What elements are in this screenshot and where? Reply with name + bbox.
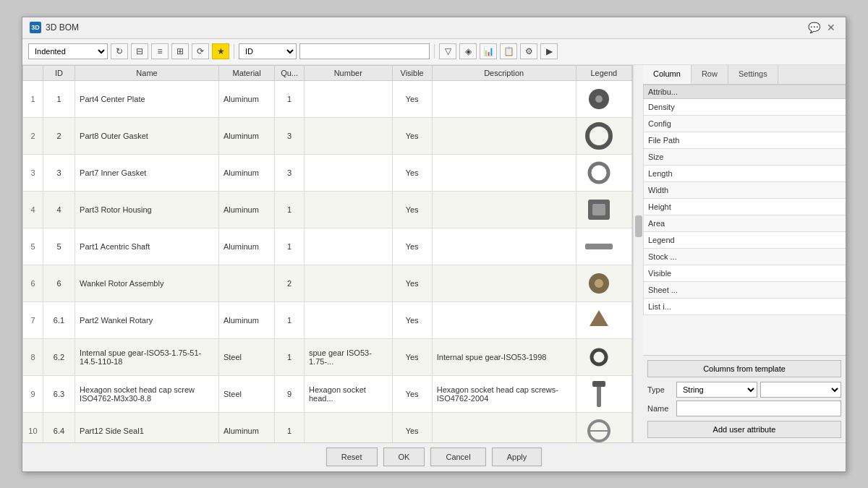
ok-button[interactable]: OK	[383, 448, 425, 466]
table-row[interactable]: 33Part7 Inner GasketAluminum3Yes	[23, 154, 632, 191]
view-select[interactable]: Indented Flat Tree	[28, 43, 108, 59]
attr-row: File PathSource file...	[644, 132, 846, 148]
apply-button[interactable]: Apply	[492, 448, 542, 466]
type-select-2[interactable]	[760, 382, 841, 398]
row-id: 6	[43, 265, 75, 301]
add-user-attribute-button[interactable]: Add user attribute	[647, 421, 841, 438]
th-name[interactable]: Name	[75, 65, 219, 80]
row-visible: Yes	[392, 412, 432, 442]
attr-name: Area	[644, 215, 846, 231]
attr-name: Width	[644, 181, 846, 198]
row-qty: 2	[275, 265, 305, 301]
tab-settings[interactable]: Settings	[728, 65, 778, 84]
export-btn-2[interactable]: 📋	[500, 43, 517, 59]
attr-row: Stock ...Stock Size	[644, 248, 846, 265]
attr-row: AreaArea	[644, 215, 846, 231]
tab-column[interactable]: Column	[643, 65, 692, 84]
toolbar-btn-2[interactable]: ⊟	[131, 43, 148, 59]
row-id: 6.4	[43, 412, 75, 442]
row-material: Aluminum	[218, 228, 274, 265]
row-legend	[576, 265, 631, 301]
columns-from-template-button[interactable]: Columns from template	[647, 360, 841, 377]
filter-btn[interactable]: ▽	[439, 43, 456, 59]
attr-name: File Path	[644, 132, 846, 148]
attr-name: Length	[644, 165, 846, 181]
filter-active-btn[interactable]: ◈	[459, 43, 477, 59]
row-num: 2	[23, 117, 43, 154]
table-row[interactable]: 76.1Part2 Wankel RotaryAluminum1Yes	[23, 301, 632, 338]
toolbar-btn-3[interactable]: ≡	[151, 43, 169, 59]
row-legend	[576, 412, 631, 442]
name-row: Name	[647, 401, 841, 416]
table-row[interactable]: 44Part3 Rotor HousingAluminum1Yes	[23, 191, 632, 228]
table-row[interactable]: 86.2Internal spue gear-ISO53-1.75-51-14.…	[23, 338, 632, 375]
more-btn[interactable]: ▶	[540, 43, 558, 59]
cancel-button[interactable]: Cancel	[430, 448, 485, 466]
right-panel: Column Row Settings Attribu... Descripti…	[643, 65, 846, 442]
reset-button[interactable]: Reset	[326, 448, 378, 466]
row-material: Steel	[218, 338, 274, 375]
search-input[interactable]	[299, 43, 430, 59]
row-num: 1	[23, 80, 43, 117]
settings-btn[interactable]: ⚙	[520, 43, 537, 59]
table-row[interactable]: 55Part1 Acentric ShaftAluminum1Yes	[23, 228, 632, 265]
row-visible: Yes	[392, 338, 432, 375]
toolbar-btn-4[interactable]: ⊞	[171, 43, 189, 59]
row-visible: Yes	[392, 80, 432, 117]
type-select[interactable]: String Integer Float Boolean	[676, 382, 757, 398]
row-visible: Yes	[392, 265, 432, 301]
row-id: 3	[43, 154, 75, 191]
row-legend	[576, 154, 631, 191]
attr-name: Size	[644, 148, 846, 165]
table-row[interactable]: 22Part8 Outer GasketAluminum3Yes	[23, 117, 632, 154]
row-visible: Yes	[392, 301, 432, 338]
table-row[interactable]: 106.4Part12 Side Seal1Aluminum1Yes	[23, 412, 632, 442]
panel-content: Attribu... Descriptiv... Inc... T... Den…	[643, 85, 846, 355]
th-description[interactable]: Description	[432, 65, 576, 80]
separator-2	[434, 44, 435, 59]
export-btn-1[interactable]: 📊	[480, 43, 497, 59]
row-legend	[576, 338, 631, 375]
scrollbar[interactable]	[633, 65, 643, 442]
row-id: 2	[43, 117, 75, 154]
bom-table: ID Name Material Qu... Number Visible De…	[22, 65, 632, 442]
th-qty[interactable]: Qu...	[275, 65, 305, 80]
th-id[interactable]: ID	[43, 65, 75, 80]
row-number	[304, 154, 392, 191]
row-qty: 1	[275, 338, 305, 375]
row-number	[304, 191, 392, 228]
row-name: Wankel Rotor Assembly	[75, 265, 219, 301]
row-num: 3	[23, 154, 43, 191]
attr-name: Visible	[644, 265, 846, 281]
attr-row: HeightHeight	[644, 198, 846, 215]
table-row[interactable]: 11Part4 Center PlateAluminum1Yes	[23, 80, 632, 117]
row-visible: Yes	[392, 191, 432, 228]
th-visible[interactable]: Visible	[392, 65, 432, 80]
comment-button[interactable]: 💬	[807, 20, 821, 35]
attr-name: Height	[644, 198, 846, 215]
row-qty: 1	[275, 191, 305, 228]
separator-1	[234, 44, 234, 59]
main-window: 3D 3D BOM 💬 ✕ Indented Flat Tree ↻ ⊟ ≡ ⊞…	[22, 17, 846, 472]
toolbar-btn-refresh2[interactable]: ⟳	[192, 43, 209, 59]
toolbar-btn-active[interactable]: ★	[212, 43, 229, 59]
th-number[interactable]: Number	[304, 65, 392, 80]
table-row[interactable]: 66Wankel Rotor Assembly2Yes	[23, 265, 632, 301]
table-row[interactable]: 96.3Hexagon socket head cap screw ISO476…	[23, 375, 632, 412]
row-number	[304, 117, 392, 154]
th-material[interactable]: Material	[218, 65, 274, 80]
row-material	[218, 265, 274, 301]
row-id: 1	[43, 80, 75, 117]
name-label: Name	[647, 404, 673, 413]
row-name: Hexagon socket head cap screw ISO4762-M3…	[75, 375, 219, 412]
attr-name: Sheet ...	[644, 281, 846, 298]
tab-row[interactable]: Row	[692, 65, 728, 84]
name-input[interactable]	[676, 401, 841, 416]
id-select[interactable]: ID Name Number	[239, 43, 297, 59]
close-button[interactable]: ✕	[824, 20, 838, 35]
toolbar-btn-1[interactable]: ↻	[111, 43, 128, 59]
table-container[interactable]: ID Name Material Qu... Number Visible De…	[22, 65, 632, 442]
title-bar: 3D 3D BOM 💬 ✕	[22, 17, 846, 39]
th-legend[interactable]: Legend	[576, 65, 631, 80]
attr-header-attrib[interactable]: Attribu...	[644, 85, 846, 98]
